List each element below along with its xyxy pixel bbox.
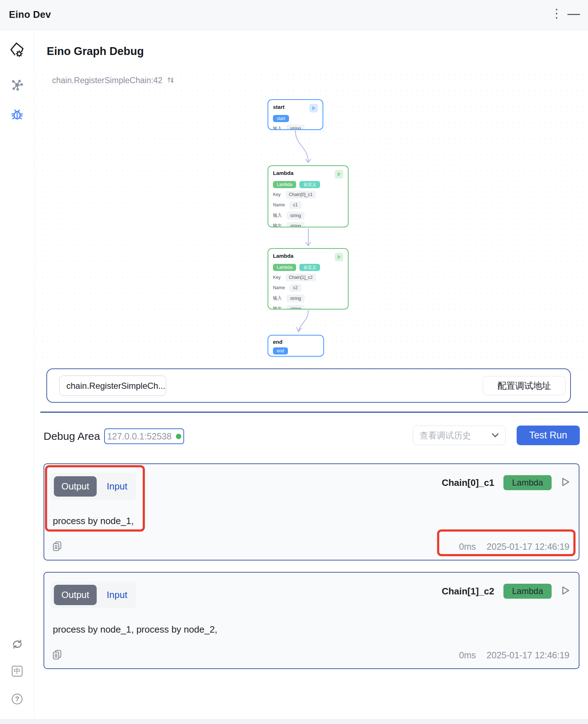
node-badge-lambda: Lambda — [273, 181, 296, 188]
node-row-value: c2 — [289, 284, 301, 292]
kebab-menu-icon[interactable]: ⋮ — [551, 7, 563, 19]
tab-input[interactable]: Input — [107, 589, 127, 600]
node-title: end — [273, 339, 283, 345]
run-timestamp: 2025-01-17 12:46:19 — [487, 650, 569, 660]
debug-history-dropdown[interactable]: 查看调试历史 — [413, 426, 506, 445]
status-online-dot — [176, 434, 181, 439]
test-run-label: Test Run — [529, 430, 567, 441]
test-run-button[interactable]: Test Run — [517, 426, 580, 445]
run-timestamp: 2025-01-17 12:46:19 — [487, 542, 569, 552]
node-row-value: string — [287, 125, 305, 130]
graph-node-end[interactable]: end end — [268, 335, 324, 357]
node-row-value: string — [287, 295, 305, 302]
app-title: Eino Dev — [9, 9, 51, 20]
node-row-value: c1 — [289, 201, 301, 209]
configure-debug-address-button[interactable]: 配置调试地址 — [483, 376, 566, 395]
node-badge-custom: 自定义 — [299, 264, 320, 271]
run-node-name: Chain[1]_c2 — [442, 586, 494, 597]
debug-address: 127.0.0.1:52538 — [107, 431, 172, 442]
node-row-label: 输出 — [273, 223, 282, 227]
graph-view-icon[interactable] — [9, 77, 25, 93]
copy-icon[interactable] — [52, 541, 62, 553]
tab-input[interactable]: Input — [107, 481, 127, 492]
node-row-value: Chain[0]_c1 — [285, 191, 316, 198]
chevron-down-icon — [492, 433, 499, 438]
node-row-label: 输入 — [273, 126, 282, 130]
window-bottom-edge — [0, 719, 588, 724]
node-row-label: 输入 — [273, 212, 282, 218]
minimize-icon[interactable] — [567, 14, 580, 15]
help-icon-glyph: ? — [15, 695, 19, 703]
node-row-label: Name — [273, 285, 285, 290]
node-title: start — [273, 104, 285, 110]
node-row-value: string — [287, 222, 305, 227]
debug-address-badge: 127.0.0.1:52538 — [104, 428, 184, 444]
debug-area-title: Debug Area — [44, 430, 100, 442]
run-output-text: process by node_1, process by node_2, — [53, 624, 217, 635]
node-title: Lambda — [273, 170, 294, 176]
configure-debug-address-label: 配置调试地址 — [497, 380, 551, 392]
chain-select-value: chain.RegisterSimpleCh... — [66, 381, 165, 391]
node-run-icon[interactable] — [335, 253, 343, 261]
run-type-badge: Lambda — [503, 584, 552, 599]
section-divider — [40, 412, 588, 413]
node-row-label: Key — [273, 192, 281, 197]
run-node-name: Chain[0]_c1 — [442, 477, 494, 488]
language-icon[interactable]: 中 — [9, 663, 25, 679]
run-output-text: process by node_1, — [53, 516, 134, 527]
run-card-1: Output Input Chain[0]_c1 Lambda process … — [44, 463, 579, 560]
node-row-value: string — [287, 212, 305, 220]
graph-node-lambda2[interactable]: Lambda Lambda 自定义 KeyChain[1]_c2 Namec2 … — [268, 248, 349, 310]
chain-select-dropdown[interactable]: chain.RegisterSimpleCh... — [59, 376, 166, 396]
run-play-icon[interactable] — [561, 585, 570, 597]
page-title: Eino Graph Debug — [47, 45, 144, 58]
run-duration: 0ms — [459, 542, 476, 552]
node-row-value: string — [287, 305, 305, 310]
node-run-icon[interactable] — [309, 104, 318, 112]
node-row-label: 输入 — [273, 295, 282, 301]
node-row-label: 输出 — [273, 306, 282, 310]
copy-icon[interactable] — [52, 649, 62, 662]
node-run-icon[interactable] — [335, 170, 343, 179]
help-icon[interactable]: ? — [9, 691, 25, 707]
run-play-icon[interactable] — [561, 477, 570, 488]
refresh-icon[interactable] — [9, 636, 25, 652]
output-input-tabs: Output Input — [51, 582, 136, 608]
node-row-label: Name — [273, 202, 285, 207]
language-icon-glyph: 中 — [14, 667, 21, 676]
node-title: Lambda — [273, 253, 294, 259]
tab-output[interactable]: Output — [54, 585, 97, 605]
node-row-label: Key — [273, 275, 281, 280]
node-badge-custom: 自定义 — [299, 181, 320, 188]
graph-node-start[interactable]: start start 输入 string — [268, 99, 323, 130]
run-duration: 0ms — [459, 650, 476, 660]
debug-history-label: 查看调试历史 — [420, 430, 471, 441]
graph-node-lambda1[interactable]: Lambda Lambda 自定义 KeyChain[0]_c1 Namec1 … — [268, 165, 349, 227]
node-badge-lambda: Lambda — [273, 264, 296, 271]
eino-logo-icon — [9, 42, 25, 58]
output-input-tabs: Output Input — [51, 473, 136, 500]
debug-bug-icon[interactable] — [9, 106, 25, 122]
node-row-value: Chain[1]_c2 — [285, 273, 316, 281]
node-badge: end — [273, 347, 288, 355]
run-type-badge: Lambda — [503, 475, 552, 490]
node-badge: start — [273, 115, 289, 122]
window-titlebar — [0, 0, 588, 30]
tab-output[interactable]: Output — [54, 476, 97, 497]
run-card-2: Output Input Chain[1]_c2 Lambda process … — [44, 572, 579, 669]
